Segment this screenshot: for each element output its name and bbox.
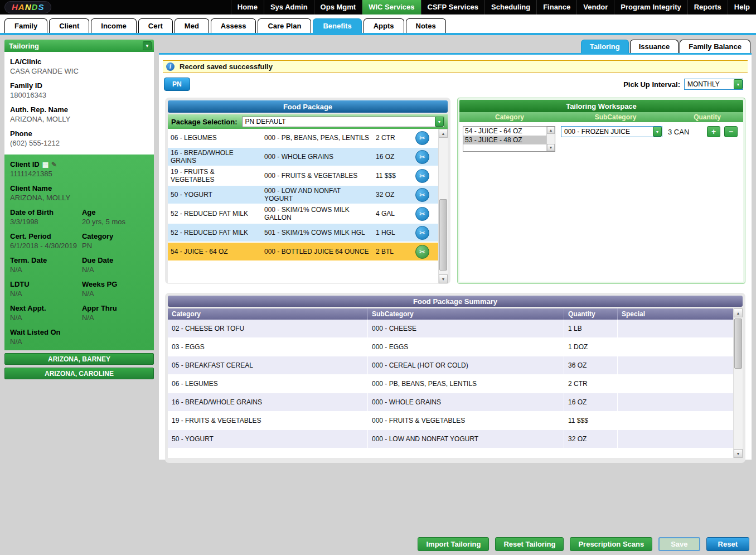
- row-category: 52 - REDUCED FAT MILK: [168, 205, 261, 223]
- nav-item-home[interactable]: Home: [231, 0, 264, 15]
- subtab-tailoring[interactable]: Tailoring: [581, 40, 629, 53]
- id-card-icon[interactable]: ▦: [42, 161, 49, 168]
- family-member-button-barney[interactable]: ARIZONA, BARNEY: [4, 353, 154, 365]
- increase-quantity-button[interactable]: +: [707, 126, 720, 137]
- list-item[interactable]: 54 - JUICE - 64 OZ: [463, 127, 546, 136]
- nav-item-finance[interactable]: Finance: [536, 0, 576, 15]
- client-id-field: Client ID ▦ ✎ 11111421385: [10, 160, 148, 178]
- food-package-scrollbar[interactable]: ▲ ▼: [438, 129, 448, 283]
- tab-notes[interactable]: Notes: [406, 18, 446, 33]
- scroll-thumb[interactable]: [734, 318, 742, 369]
- tab-income[interactable]: Income: [91, 18, 137, 33]
- nav-item-csfp-services[interactable]: CSFP Services: [421, 0, 485, 15]
- tailor-item-button[interactable]: ✂: [415, 169, 429, 183]
- field-value: N/A: [82, 313, 148, 322]
- food-package-row[interactable]: 50 - YOGURT 000 - LOW AND NONFAT YOGURT …: [168, 186, 438, 205]
- row-subcategory: 000 - CEREAL (HOT OR COLD): [367, 356, 564, 374]
- food-package-summary-title: Food Package Summary: [168, 296, 743, 307]
- top-nav-items: Home Sys Admin Ops Mgmt WIC Services CSF…: [231, 0, 756, 15]
- field-label: Term. Date: [10, 256, 80, 264]
- listbox-scrollbar[interactable]: ▲ ▼: [546, 127, 555, 151]
- scroll-up-icon[interactable]: ▲: [547, 127, 555, 134]
- tab-family[interactable]: Family: [4, 18, 47, 33]
- row-subcategory: 000 - LOW AND NONFAT YOGURT: [367, 430, 564, 448]
- subtab-family-balance[interactable]: Family Balance: [680, 40, 750, 53]
- food-package-row[interactable]: 06 - LEGUMES 000 - PB, BEANS, PEAS, LENT…: [168, 129, 438, 148]
- field-label: Wait Listed On: [10, 328, 148, 336]
- import-tailoring-button[interactable]: Import Tailoring: [418, 537, 489, 551]
- food-package-row[interactable]: 52 - REDUCED FAT MILK 501 - SKIM/1% COWS…: [168, 224, 438, 243]
- family-member-button-caroline[interactable]: ARIZONA, CAROLINE: [4, 368, 154, 379]
- list-item-selected[interactable]: 53 - JUICE - 48 OZ: [463, 136, 546, 144]
- tab-care-plan[interactable]: Care Plan: [258, 18, 311, 33]
- summary-scrollbar[interactable]: ▲ ▼: [733, 308, 743, 458]
- nav-item-reports[interactable]: Reports: [687, 0, 728, 15]
- tailoring-page: i Record saved successfully PN Pick Up I…: [159, 55, 752, 460]
- scroll-track[interactable]: [734, 317, 743, 449]
- column-category: Category: [459, 112, 560, 122]
- edit-pencil-icon[interactable]: ✎: [51, 161, 57, 168]
- workspace-category-listbox[interactable]: 54 - JUICE - 64 OZ 53 - JUICE - 48 OZ ▲ …: [463, 126, 555, 152]
- tailor-item-button[interactable]: ✂: [415, 150, 429, 164]
- pickup-interval-select[interactable]: MONTHLY ▼: [684, 79, 743, 90]
- nav-item-vendor[interactable]: Vendor: [576, 0, 614, 15]
- tab-appts[interactable]: Appts: [364, 18, 404, 33]
- prescription-scans-button[interactable]: Prescription Scans: [570, 537, 652, 551]
- tab-benefits[interactable]: Benefits: [313, 18, 361, 33]
- reset-tailoring-button[interactable]: Reset Tailoring: [495, 537, 564, 551]
- scroll-up-icon[interactable]: ▲: [439, 129, 448, 138]
- save-button[interactable]: Save: [658, 537, 700, 551]
- summary-row: 02 - CHEESE OR TOFU 000 - CHEESE 1 LB: [168, 320, 733, 338]
- workspace-column-headers: Category SubCategory Quantity: [459, 112, 743, 122]
- column-quantity: Quantity: [564, 308, 617, 320]
- nav-item-wic-services[interactable]: WIC Services: [362, 0, 420, 15]
- decrease-quantity-button[interactable]: −: [724, 126, 738, 137]
- food-package-row-selected[interactable]: 54 - JUICE - 64 OZ 000 - BOTTLED JUICE 6…: [168, 243, 438, 262]
- row-quantity: 2 CTR: [564, 375, 617, 393]
- workspace-subcategory-select[interactable]: 000 - FROZEN JUICE ▼: [561, 126, 662, 137]
- row-special: [617, 356, 733, 374]
- tailor-item-button-active[interactable]: ✂: [415, 245, 429, 259]
- workspace-body: 54 - JUICE - 64 OZ 53 - JUICE - 48 OZ ▲ …: [459, 122, 743, 282]
- scroll-down-icon[interactable]: ▼: [547, 144, 555, 151]
- tab-assess[interactable]: Assess: [211, 18, 256, 33]
- tailor-item-button[interactable]: ✂: [415, 131, 429, 145]
- tailor-item-button[interactable]: ✂: [415, 188, 429, 202]
- chevron-down-icon[interactable]: ▼: [435, 117, 444, 127]
- sidebar-section-header[interactable]: Tailoring ▼: [4, 40, 154, 52]
- field-value: N/A: [10, 337, 148, 346]
- chevron-down-icon[interactable]: ▼: [734, 79, 743, 89]
- tab-client[interactable]: Client: [49, 18, 89, 33]
- tailor-item-button[interactable]: ✂: [415, 226, 429, 240]
- chevron-down-icon[interactable]: ▼: [143, 41, 152, 50]
- nav-item-ops-mgmt[interactable]: Ops Mgmt: [314, 0, 362, 15]
- scroll-down-icon[interactable]: ▼: [734, 449, 743, 458]
- field-label: Auth. Rep. Name: [10, 105, 148, 114]
- scroll-track[interactable]: [439, 138, 448, 274]
- field-value: N/A: [10, 289, 80, 298]
- scroll-down-icon[interactable]: ▼: [439, 274, 448, 283]
- tab-cert[interactable]: Cert: [138, 18, 173, 33]
- app-logo: HANDS: [0, 0, 78, 15]
- nav-item-scheduling[interactable]: Scheduling: [484, 0, 536, 15]
- nav-item-sys-admin[interactable]: Sys Admin: [264, 0, 314, 15]
- package-selection-select[interactable]: PN DEFAULT ▼: [242, 117, 445, 127]
- food-package-row[interactable]: 16 - BREAD/WHOLE GRAINS 000 - WHOLE GRAI…: [168, 148, 438, 167]
- subtab-issuance[interactable]: Issuance: [630, 40, 679, 53]
- nav-item-program-integrity[interactable]: Program Integrity: [614, 0, 687, 15]
- category-toolbar: PN Pick Up Interval: MONTHLY ▼: [164, 78, 747, 91]
- field-label: Weeks PG: [82, 280, 148, 288]
- food-package-row[interactable]: 19 - FRUITS & VEGETABLES 000 - FRUITS & …: [168, 167, 438, 186]
- food-package-row[interactable]: 52 - REDUCED FAT MILK 000 - SKIM/1% COWS…: [168, 205, 438, 224]
- scroll-up-icon[interactable]: ▲: [734, 308, 743, 317]
- nav-item-help[interactable]: Help: [728, 0, 756, 15]
- tailor-item-button[interactable]: ✂: [415, 207, 429, 221]
- scroll-thumb[interactable]: [439, 199, 447, 270]
- summary-row: 05 - BREAKFAST CEREAL 000 - CEREAL (HOT …: [168, 356, 733, 375]
- client-sidebar: Tailoring ▼ LA/Clinic CASA GRANDE WIC Fa…: [4, 40, 154, 460]
- chevron-down-icon[interactable]: ▼: [653, 127, 662, 137]
- field-label: LA/Clinic: [10, 57, 148, 66]
- reset-button[interactable]: Reset: [706, 537, 749, 551]
- pn-category-button[interactable]: PN: [164, 78, 190, 91]
- tab-med[interactable]: Med: [175, 18, 209, 33]
